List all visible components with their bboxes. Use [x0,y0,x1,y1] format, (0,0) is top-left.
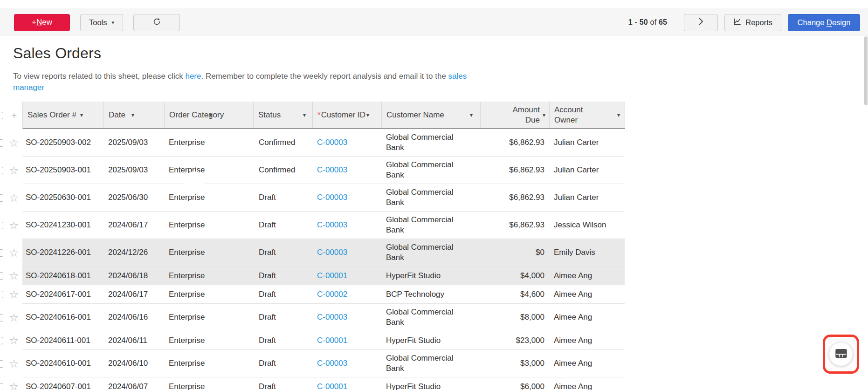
table-row[interactable]: ☆ SO-20241226-001 2024/12/26 Enterprise … [0,239,625,267]
star-icon[interactable]: ☆ [9,289,19,300]
customer-id-link[interactable]: C-00003 [317,165,347,175]
reports-label: Reports [745,18,772,27]
customer-id-link[interactable]: C-00003 [317,312,347,322]
table-row[interactable]: ☆ SO-20240616-001 2024/06/16 Enterprise … [0,304,625,331]
cell-date: 2024/06/11 [103,331,164,349]
column-header-order-category[interactable]: Order Category ▾ [165,102,254,128]
column-header-customer-name[interactable]: Customer Name ▾ [382,102,481,128]
row-checkbox[interactable] [0,139,3,147]
customer-id-link[interactable]: C-00002 [317,289,347,300]
row-checkbox[interactable] [0,383,3,390]
toolbar-left-group: +New Tools ▾ [14,14,180,31]
sales-manager-link-wrap[interactable]: manager [13,83,44,92]
cell-status: Draft [253,285,312,303]
here-link[interactable]: here [185,72,201,81]
table-row[interactable]: ☆ SO-20240607-001 2024/06/07 Enterprise … [0,377,625,390]
new-record-button[interactable]: +New [14,14,70,31]
star-icon[interactable]: ☆ [9,335,19,346]
cell-customer-id: C-00003 [312,212,381,239]
change-design-button[interactable]: Change Design [788,14,860,31]
cell-amount-due: $6,862.93 [480,184,549,211]
cell-sales-order-number: SO-20240616-001 [22,304,103,331]
reports-button[interactable]: Reports [724,14,781,31]
column-header-sales-order-number[interactable]: Sales Order # ▾ [23,102,104,128]
sort-dropdown-icon[interactable]: ▾ [366,112,369,118]
table-row[interactable]: ☆ SO-20240618-001 2024/06/18 Enterprise … [0,267,625,285]
star-icon[interactable]: ☆ [9,220,19,231]
table-row[interactable]: ☆ SO-20240610-001 2024/06/10 Enterprise … [0,350,625,377]
star-icon[interactable]: ☆ [9,247,19,259]
customer-id-link[interactable]: C-00003 [317,247,347,258]
table-row[interactable]: ☆ SO-20250630-001 2025/06/30 Enterprise … [0,184,625,212]
table-header-row: + Sales Order # ▾ Date ▾ Order Category … [0,102,625,129]
row-checkbox[interactable] [0,222,3,229]
star-icon[interactable]: ☆ [9,137,19,149]
pagination-range: 1 - 50 of 65 [628,18,667,27]
column-header-account-owner[interactable]: Account Owner ▾ [550,102,625,128]
column-header-customer-id[interactable]: * Customer ID ▾ [313,102,382,128]
star-icon[interactable]: ☆ [9,270,19,281]
cell-order-category: Enterprise [164,285,253,303]
sort-dropdown-icon[interactable]: ▾ [131,112,134,118]
row-checkbox[interactable] [0,167,3,174]
row-checkbox[interactable] [0,194,3,202]
sort-dropdown-icon[interactable]: ▾ [80,112,83,118]
table-row[interactable]: ☆ SO-20240611-001 2024/06/11 Enterprise … [0,331,625,350]
customer-id-link[interactable]: C-00001 [317,382,347,390]
cell-account-owner: Aimee Ang [549,331,625,349]
star-icon[interactable]: ☆ [9,165,19,176]
row-gutter: ☆ [0,239,22,267]
cell-sales-order-number: SO-20250630-001 [22,184,103,211]
customer-id-link[interactable]: C-00001 [317,335,347,346]
record-summary-button[interactable] [829,342,853,366]
star-icon[interactable]: ☆ [9,192,19,204]
sort-dropdown-icon[interactable]: ▾ [470,112,473,118]
row-checkbox[interactable] [0,337,3,344]
add-column-icon[interactable]: + [11,110,17,121]
table-row[interactable]: ☆ SO-20250903-002 2025/09/03 Enterprise … [0,129,625,157]
cell-customer-name: Global Commercial Bank [381,212,480,239]
customer-id-link[interactable]: C-00003 [317,358,347,369]
table-row[interactable]: ☆ SO-20241230-001 2024/06/17 Enterprise … [0,212,625,239]
sort-dropdown-icon[interactable]: ▾ [543,112,545,118]
cell-order-category: Enterprise [164,267,253,285]
cell-account-owner: Aimee Ang [549,285,625,303]
sales-orders-table: + Sales Order # ▾ Date ▾ Order Category … [0,102,625,390]
star-icon[interactable]: ☆ [9,358,19,369]
table-row[interactable]: ☆ SO-20250903-001 2025/09/03 Enterprise … [0,157,625,184]
row-checkbox[interactable] [0,249,3,257]
refresh-button[interactable] [133,14,180,31]
cell-customer-name: HyperFit Studio [381,377,480,390]
cell-status: Confirmed [253,157,312,184]
row-checkbox[interactable] [0,360,3,368]
table-row[interactable]: ☆ SO-20240617-001 2024/06/17 Enterprise … [0,285,625,304]
tools-dropdown-button[interactable]: Tools ▾ [80,14,123,31]
cell-amount-due: $4,600 [480,285,549,303]
sort-dropdown-icon[interactable]: ▾ [303,112,306,118]
next-page-button[interactable] [684,14,718,31]
cell-order-category: Enterprise [164,212,253,239]
row-checkbox[interactable] [0,272,3,280]
row-checkbox[interactable] [0,314,3,322]
cell-account-owner: Julian Carter [549,184,625,211]
star-icon[interactable]: ☆ [9,312,19,323]
vertical-scrollbar[interactable] [864,36,868,105]
sort-dropdown-icon[interactable]: ▾ [617,112,620,118]
cell-order-category: Enterprise [164,350,253,377]
column-header-date[interactable]: Date ▾ [104,102,165,128]
select-all-checkbox[interactable] [0,112,3,119]
customer-id-link[interactable]: C-00003 [317,192,347,203]
cell-date: 2024/06/16 [103,304,164,331]
customer-id-link[interactable]: C-00003 [317,137,347,148]
cell-account-owner: Jessica Wilson [549,212,625,239]
customer-id-link[interactable]: C-00003 [317,220,347,230]
star-icon[interactable]: ☆ [9,381,19,390]
sort-dropdown-icon[interactable]: ▾ [209,112,212,118]
row-checkbox[interactable] [0,291,3,298]
cell-amount-due: $0 [480,239,549,266]
sales-manager-link[interactable]: sales [448,72,467,81]
column-header-status[interactable]: Status ▾ [254,102,313,128]
chevron-right-icon [698,17,703,27]
customer-id-link[interactable]: C-00001 [317,271,347,281]
column-header-amount-due[interactable]: Amount Due ▾ [481,102,550,128]
